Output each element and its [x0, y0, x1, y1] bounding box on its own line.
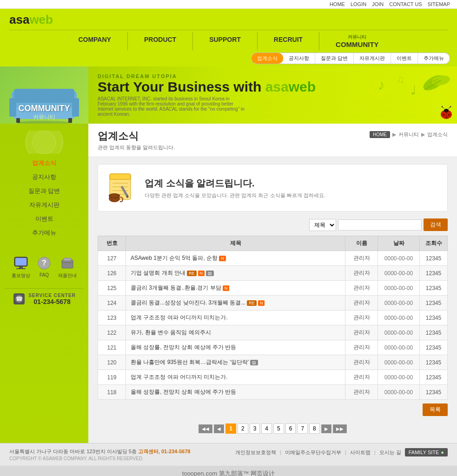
subnav-item-5[interactable]: 추가메뉴: [418, 53, 450, 64]
th-name: 이름: [345, 236, 378, 251]
logo[interactable]: asaweb: [9, 13, 53, 27]
subnav-item-1[interactable]: 공지사항: [283, 53, 315, 64]
faq-label: FAQ: [37, 272, 51, 278]
icon-faq[interactable]: ? FAQ: [37, 256, 51, 279]
footer-contact-link[interactable]: 고객센터, 01-234-5678: [138, 449, 191, 454]
product-icon: [60, 256, 75, 270]
page-1[interactable]: 1: [225, 423, 236, 434]
svg-text:?: ?: [42, 259, 46, 267]
sidebar-community-sub: 커뮤니티: [0, 113, 88, 121]
footer-sitemap[interactable]: 사이트맵: [350, 449, 371, 456]
sidebar-item-1[interactable]: 공지사항: [0, 170, 88, 184]
table-row[interactable]: 127 ASAweb 1분기 순익 5억 돌파, 순항N 관리자 0000-00…: [98, 251, 448, 266]
page-3[interactable]: 3: [250, 423, 260, 434]
breadcrumb-current: 업계소식: [427, 131, 448, 138]
cell-num: 120: [98, 355, 126, 370]
topnav-join[interactable]: JOIN: [372, 1, 384, 7]
cell-title[interactable]: 올해 성장률, 전망치 상회 예상에 주가 반등: [126, 340, 345, 355]
table-row[interactable]: 124 콜금리 동결...성장성 낮아진다. 3개월째 동결...REN 관리자…: [98, 296, 448, 311]
banner-desc: ASACAL INTERNET, INC. started its busine…: [98, 96, 246, 117]
sidebar-decoration: [16, 131, 72, 154]
community-nav-title: COMMUNITY: [336, 40, 379, 48]
page-7[interactable]: 7: [297, 423, 308, 434]
subnav-item-0[interactable]: 업계소식: [252, 53, 283, 64]
svg-rect-44: [110, 174, 131, 179]
svg-point-22: [448, 114, 450, 116]
table-row[interactable]: 125 콜금리 3개월째 동결..환율.경기 부담N 관리자 0000-00-0…: [98, 281, 448, 296]
page-first[interactable]: ◀◀: [199, 424, 212, 433]
cell-num: 127: [98, 251, 126, 266]
subnav-item-4[interactable]: 이벤트: [391, 53, 418, 64]
cell-title[interactable]: 기업 설명회 개최 안내REN▤: [126, 266, 345, 281]
write-button[interactable]: 목록: [423, 403, 448, 416]
nav-product[interactable]: PRODUCT: [128, 32, 193, 50]
footer-privacy[interactable]: 개인정보보호정책: [235, 449, 276, 456]
cell-title[interactable]: 업계 구조조정 여파 어디까지 미치는가.: [126, 370, 345, 385]
sidebar-item-3[interactable]: 자유게시판: [0, 198, 88, 212]
table-row[interactable]: 126 기업 설명회 개최 안내REN▤ 관리자 0000-00-00 1234…: [98, 266, 448, 281]
sub-nav: 업계소식 공지사항 질문과 답변 자유게시판 이벤트 추가메뉴: [0, 50, 457, 66]
search-button[interactable]: 검색: [424, 218, 448, 231]
breadcrumb-home[interactable]: HOME: [370, 131, 390, 138]
th-views: 조회수: [420, 236, 448, 251]
table-row[interactable]: 123 업계 구조조정 여파 어디까지 미치는가. 관리자 0000-00-00…: [98, 311, 448, 325]
table-header-row: 번호 제목 이름 날짜 조회수: [98, 236, 448, 251]
page-next[interactable]: ▶: [321, 424, 331, 433]
page-5[interactable]: 5: [273, 423, 284, 434]
breadcrumb-sep-2: ▶: [421, 132, 425, 138]
table-row[interactable]: 118 올해 성장률, 전망치 상회 예상에 주가 반등 관리자 0000-00…: [98, 385, 448, 400]
page-title: 업계소식: [98, 129, 175, 143]
cell-name: 관리자: [345, 281, 378, 296]
table-row[interactable]: 120 환율 나흘만에 935원선 회복…급락세는 '일단락'▤ 관리자 000…: [98, 355, 448, 370]
cell-name: 관리자: [345, 296, 378, 311]
page-2[interactable]: 2: [238, 423, 248, 434]
cell-title[interactable]: 업계 구조조정 여파 어디까지 미치는가.: [126, 311, 345, 325]
footer-directions[interactable]: 오시는 길: [379, 449, 401, 456]
subnav-item-2[interactable]: 질문과 답변: [315, 53, 354, 64]
cell-title[interactable]: 콜금리 3개월째 동결..환율.경기 부담N: [126, 281, 345, 296]
svg-text:☎: ☎: [16, 296, 23, 302]
page-last[interactable]: ▶▶: [333, 424, 347, 433]
family-site-btn[interactable]: FAMILY SITE ●: [405, 448, 448, 456]
icon-product[interactable]: 제품안내: [58, 256, 77, 279]
sidebar-item-4[interactable]: 이벤트: [0, 212, 88, 226]
section-header-box: 업계 소식을 알려드립니다. 다양한 관련 업계 소식을 모았습니다. 관련 업…: [98, 164, 448, 212]
community-label: 커뮤니티: [336, 34, 379, 40]
cell-title[interactable]: 콜금리 동결...성장성 낮아진다. 3개월째 동결...REN: [126, 296, 345, 311]
cell-title[interactable]: ASAweb 1분기 순익 5억 돌파, 순항N: [126, 251, 345, 266]
sidebar-item-0[interactable]: 업계소식: [0, 156, 88, 170]
cell-title[interactable]: 환율 나흘만에 935원선 회복…급락세는 '일단락'▤: [126, 355, 345, 370]
page-8[interactable]: 8: [309, 423, 320, 434]
cell-views: 12345: [420, 281, 448, 296]
topnav-contact[interactable]: CONTACT US: [389, 1, 422, 7]
sidebar-item-2[interactable]: 질문과 답변: [0, 184, 88, 198]
svg-rect-32: [15, 258, 26, 265]
table-row[interactable]: 119 업계 구조조정 여파 어디까지 미치는가. 관리자 0000-00-00…: [98, 370, 448, 385]
cell-num: 123: [98, 311, 126, 325]
nav-recruit[interactable]: RECRUIT: [258, 32, 319, 50]
cell-num: 122: [98, 325, 126, 340]
page-prev[interactable]: ◀: [214, 424, 224, 433]
topnav-sitemap[interactable]: SITEMAP: [428, 1, 450, 7]
cell-title[interactable]: 유가, 환율 변수 움직임 예의주시: [126, 325, 345, 340]
subnav-item-3[interactable]: 자유게시판: [354, 53, 391, 64]
search-select[interactable]: 제목: [309, 219, 336, 231]
cell-views: 12345: [420, 370, 448, 385]
nav-support[interactable]: SUPPORT: [193, 32, 258, 50]
page-6[interactable]: 6: [285, 423, 296, 434]
table-row[interactable]: 121 올해 성장률, 전망치 상회 예상에 주가 반등 관리자 0000-00…: [98, 340, 448, 355]
search-input[interactable]: [338, 219, 422, 231]
content-header: 업계소식 관련 업계의 동향을 알려드립니다. HOME ▶ 커뮤니티 ▶ 업계…: [88, 124, 457, 157]
table-row[interactable]: 122 유가, 환율 변수 움직임 예의주시 관리자 0000-00-00 12…: [98, 325, 448, 340]
nav-community[interactable]: 커뮤니티 COMMUNITY: [319, 32, 395, 50]
sidebar-item-5[interactable]: 추가메뉴: [0, 226, 88, 240]
cell-title[interactable]: 올해 성장률, 전망치 상회 예상에 주가 반등: [126, 385, 345, 400]
topnav-home[interactable]: HOME: [330, 1, 345, 7]
page-4[interactable]: 4: [261, 423, 272, 434]
icon-promo[interactable]: 홍보영상: [12, 256, 30, 279]
svg-point-21: [443, 114, 445, 116]
topnav-login[interactable]: LOGIN: [351, 1, 366, 7]
nav-company[interactable]: COMPANY: [62, 32, 128, 50]
footer-email-policy[interactable]: 이메일주소무단수집거부: [285, 449, 341, 456]
badge-re: RE: [187, 271, 197, 276]
